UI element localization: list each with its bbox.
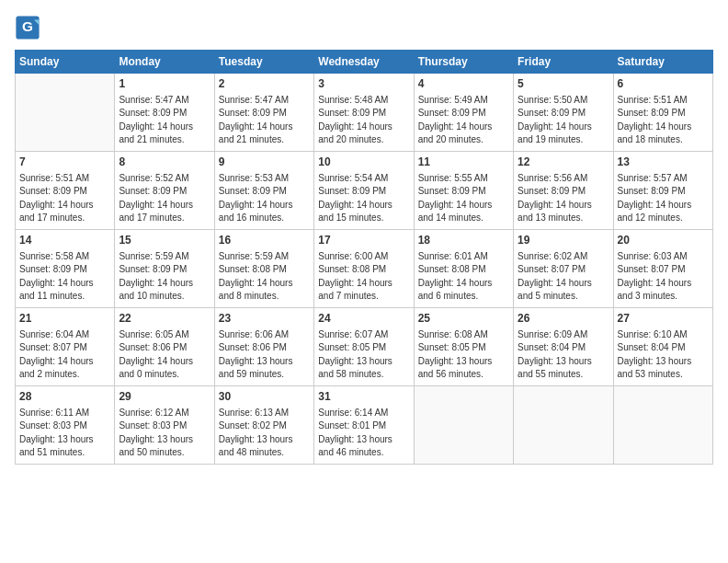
- day-info: Sunrise: 5:59 AM Sunset: 8:09 PM Dayligh…: [119, 250, 210, 304]
- day-info: Sunrise: 6:10 AM Sunset: 8:04 PM Dayligh…: [618, 328, 709, 382]
- calendar-cell: 23Sunrise: 6:06 AM Sunset: 8:06 PM Dayli…: [214, 308, 313, 386]
- day-info: Sunrise: 6:04 AM Sunset: 8:07 PM Dayligh…: [19, 328, 110, 382]
- logo: G: [15, 15, 44, 40]
- calendar-week-row: 21Sunrise: 6:04 AM Sunset: 8:07 PM Dayli…: [16, 308, 713, 386]
- calendar-cell: 30Sunrise: 6:13 AM Sunset: 8:02 PM Dayli…: [214, 386, 313, 465]
- calendar-cell: 27Sunrise: 6:10 AM Sunset: 8:04 PM Dayli…: [613, 308, 712, 386]
- day-number: 22: [119, 311, 210, 327]
- day-number: 3: [318, 76, 409, 92]
- day-number: 18: [418, 233, 509, 248]
- day-number: 2: [219, 76, 310, 92]
- day-number: 16: [219, 233, 310, 248]
- day-number: 8: [119, 155, 210, 170]
- day-info: Sunrise: 5:47 AM Sunset: 8:09 PM Dayligh…: [119, 94, 210, 147]
- header: G: [15, 15, 713, 40]
- day-info: Sunrise: 5:48 AM Sunset: 8:09 PM Dayligh…: [318, 94, 409, 147]
- calendar-cell: 20Sunrise: 6:03 AM Sunset: 8:07 PM Dayli…: [613, 230, 712, 308]
- day-number: 15: [119, 233, 210, 248]
- calendar-week-row: 14Sunrise: 5:58 AM Sunset: 8:09 PM Dayli…: [16, 230, 713, 308]
- day-number: 11: [418, 155, 509, 170]
- header-day-friday: Friday: [514, 51, 613, 74]
- day-number: 6: [618, 76, 709, 92]
- day-number: 12: [518, 155, 609, 170]
- calendar-cell: 9Sunrise: 5:53 AM Sunset: 8:09 PM Daylig…: [214, 152, 313, 230]
- calendar-cell: 6Sunrise: 5:51 AM Sunset: 8:09 PM Daylig…: [613, 74, 712, 152]
- calendar-cell: 4Sunrise: 5:49 AM Sunset: 8:09 PM Daylig…: [414, 74, 513, 152]
- day-number: 13: [618, 155, 709, 170]
- day-info: Sunrise: 5:54 AM Sunset: 8:09 PM Dayligh…: [318, 172, 409, 225]
- day-number: 31: [318, 389, 409, 405]
- calendar-cell: 17Sunrise: 6:00 AM Sunset: 8:08 PM Dayli…: [314, 230, 414, 308]
- day-info: Sunrise: 6:03 AM Sunset: 8:07 PM Dayligh…: [618, 250, 709, 304]
- day-info: Sunrise: 5:59 AM Sunset: 8:08 PM Dayligh…: [219, 250, 310, 304]
- calendar-cell: 28Sunrise: 6:11 AM Sunset: 8:03 PM Dayli…: [16, 386, 115, 465]
- calendar-cell: 14Sunrise: 5:58 AM Sunset: 8:09 PM Dayli…: [16, 230, 115, 308]
- calendar-cell: 24Sunrise: 6:07 AM Sunset: 8:05 PM Dayli…: [314, 308, 414, 386]
- calendar-cell: 15Sunrise: 5:59 AM Sunset: 8:09 PM Dayli…: [115, 230, 214, 308]
- day-info: Sunrise: 6:06 AM Sunset: 8:06 PM Dayligh…: [219, 328, 310, 382]
- calendar-table: SundayMondayTuesdayWednesdayThursdayFrid…: [15, 50, 713, 465]
- day-number: 4: [418, 76, 509, 92]
- day-number: 25: [418, 311, 509, 327]
- calendar-cell: 1Sunrise: 5:47 AM Sunset: 8:09 PM Daylig…: [115, 74, 214, 152]
- calendar-cell: [16, 74, 115, 152]
- day-number: 29: [119, 389, 210, 405]
- calendar-header-row: SundayMondayTuesdayWednesdayThursdayFrid…: [16, 51, 713, 74]
- calendar-cell: 10Sunrise: 5:54 AM Sunset: 8:09 PM Dayli…: [314, 152, 414, 230]
- day-info: Sunrise: 5:57 AM Sunset: 8:09 PM Dayligh…: [618, 172, 709, 225]
- calendar-cell: 5Sunrise: 5:50 AM Sunset: 8:09 PM Daylig…: [514, 74, 613, 152]
- calendar-cell: 7Sunrise: 5:51 AM Sunset: 8:09 PM Daylig…: [16, 152, 115, 230]
- svg-text:G: G: [22, 18, 33, 34]
- header-day-tuesday: Tuesday: [214, 51, 313, 74]
- calendar-cell: 13Sunrise: 5:57 AM Sunset: 8:09 PM Dayli…: [613, 152, 712, 230]
- calendar-cell: 25Sunrise: 6:08 AM Sunset: 8:05 PM Dayli…: [414, 308, 513, 386]
- calendar-cell: 26Sunrise: 6:09 AM Sunset: 8:04 PM Dayli…: [514, 308, 613, 386]
- calendar-week-row: 7Sunrise: 5:51 AM Sunset: 8:09 PM Daylig…: [16, 152, 713, 230]
- day-info: Sunrise: 6:05 AM Sunset: 8:06 PM Dayligh…: [119, 328, 210, 382]
- day-info: Sunrise: 6:12 AM Sunset: 8:03 PM Dayligh…: [119, 407, 210, 460]
- day-info: Sunrise: 5:52 AM Sunset: 8:09 PM Dayligh…: [119, 172, 210, 225]
- day-number: 14: [19, 233, 110, 248]
- calendar-cell: 18Sunrise: 6:01 AM Sunset: 8:08 PM Dayli…: [414, 230, 513, 308]
- day-info: Sunrise: 6:07 AM Sunset: 8:05 PM Dayligh…: [318, 328, 409, 382]
- calendar-week-row: 28Sunrise: 6:11 AM Sunset: 8:03 PM Dayli…: [16, 386, 713, 465]
- calendar-cell: 12Sunrise: 5:56 AM Sunset: 8:09 PM Dayli…: [514, 152, 613, 230]
- calendar-cell: [414, 386, 513, 465]
- calendar-cell: 3Sunrise: 5:48 AM Sunset: 8:09 PM Daylig…: [314, 74, 414, 152]
- day-info: Sunrise: 5:55 AM Sunset: 8:09 PM Dayligh…: [418, 172, 509, 225]
- calendar-cell: [613, 386, 712, 465]
- logo-icon: G: [15, 15, 40, 40]
- day-number: 27: [618, 311, 709, 327]
- header-day-thursday: Thursday: [414, 51, 513, 74]
- day-number: 23: [219, 311, 310, 327]
- day-info: Sunrise: 6:00 AM Sunset: 8:08 PM Dayligh…: [318, 250, 409, 304]
- calendar-cell: 2Sunrise: 5:47 AM Sunset: 8:09 PM Daylig…: [214, 74, 313, 152]
- calendar-cell: 16Sunrise: 5:59 AM Sunset: 8:08 PM Dayli…: [214, 230, 313, 308]
- day-number: 20: [618, 233, 709, 248]
- calendar-cell: 31Sunrise: 6:14 AM Sunset: 8:01 PM Dayli…: [314, 386, 414, 465]
- day-info: Sunrise: 5:58 AM Sunset: 8:09 PM Dayligh…: [19, 250, 110, 304]
- header-day-sunday: Sunday: [16, 51, 115, 74]
- day-info: Sunrise: 6:08 AM Sunset: 8:05 PM Dayligh…: [418, 328, 509, 382]
- day-number: 10: [318, 155, 409, 170]
- day-info: Sunrise: 5:53 AM Sunset: 8:09 PM Dayligh…: [219, 172, 310, 225]
- day-info: Sunrise: 5:56 AM Sunset: 8:09 PM Dayligh…: [518, 172, 609, 225]
- calendar-cell: 21Sunrise: 6:04 AM Sunset: 8:07 PM Dayli…: [16, 308, 115, 386]
- day-number: 21: [19, 311, 110, 327]
- calendar-cell: 29Sunrise: 6:12 AM Sunset: 8:03 PM Dayli…: [115, 386, 214, 465]
- calendar-cell: 19Sunrise: 6:02 AM Sunset: 8:07 PM Dayli…: [514, 230, 613, 308]
- day-info: Sunrise: 6:09 AM Sunset: 8:04 PM Dayligh…: [518, 328, 609, 382]
- day-info: Sunrise: 5:51 AM Sunset: 8:09 PM Dayligh…: [19, 172, 110, 225]
- header-day-monday: Monday: [115, 51, 214, 74]
- calendar-cell: 8Sunrise: 5:52 AM Sunset: 8:09 PM Daylig…: [115, 152, 214, 230]
- day-info: Sunrise: 6:02 AM Sunset: 8:07 PM Dayligh…: [518, 250, 609, 304]
- day-number: 24: [318, 311, 409, 327]
- calendar-cell: [514, 386, 613, 465]
- calendar-week-row: 1Sunrise: 5:47 AM Sunset: 8:09 PM Daylig…: [16, 74, 713, 152]
- day-number: 17: [318, 233, 409, 248]
- day-number: 28: [19, 389, 110, 405]
- header-day-wednesday: Wednesday: [314, 51, 414, 74]
- day-number: 7: [19, 155, 110, 170]
- header-day-saturday: Saturday: [613, 51, 712, 74]
- day-info: Sunrise: 5:51 AM Sunset: 8:09 PM Dayligh…: [618, 94, 709, 147]
